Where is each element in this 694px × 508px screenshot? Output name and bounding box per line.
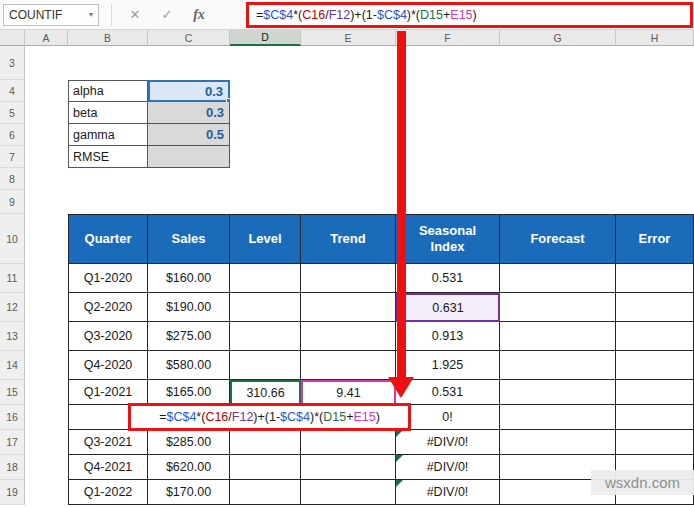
cell-forecast[interactable] xyxy=(500,380,616,405)
table-header-error[interactable]: Error xyxy=(616,214,694,264)
cell-sales[interactable]: $275.00 xyxy=(148,322,230,351)
row-header-7[interactable]: 7 xyxy=(0,146,25,168)
column-header-c[interactable]: C xyxy=(148,30,230,46)
row-header-9[interactable]: 9 xyxy=(0,190,25,214)
cell-trend[interactable] xyxy=(301,351,396,380)
row-header-19[interactable]: 19 xyxy=(0,480,25,505)
cell-level[interactable] xyxy=(230,480,301,505)
row-header-10[interactable]: 10 xyxy=(0,214,25,264)
cell-error[interactable] xyxy=(616,405,694,430)
column-header-f[interactable]: F xyxy=(396,30,500,46)
cell-trend[interactable] xyxy=(301,322,396,351)
cell-sales[interactable]: $580.00 xyxy=(148,351,230,380)
column-header-e[interactable]: E xyxy=(301,30,396,46)
cell-error[interactable] xyxy=(616,430,694,455)
dropdown-icon[interactable]: ▾ xyxy=(89,10,93,19)
cell-quarter[interactable]: Q4-2021 xyxy=(68,455,148,480)
cell-error[interactable] xyxy=(616,264,694,293)
row-header-15[interactable]: 15 xyxy=(0,380,25,405)
cell-seasonal-error[interactable]: #DIV/0! xyxy=(396,455,500,480)
cell-forecast[interactable] xyxy=(500,405,616,430)
cell-quarter[interactable]: Q1-2022 xyxy=(68,480,148,505)
cell-c4-alpha-value-selected[interactable]: 0.3 xyxy=(148,80,230,102)
cell-level[interactable] xyxy=(230,293,301,322)
row-header-5[interactable]: 5 xyxy=(0,102,25,124)
cell-error[interactable] xyxy=(616,351,694,380)
cell-c5-beta-value[interactable]: 0.3 xyxy=(148,102,230,124)
row-header-3[interactable]: 3 xyxy=(0,46,25,80)
cell-quarter[interactable]: Q3-2020 xyxy=(68,322,148,351)
cell-forecast[interactable] xyxy=(500,293,616,322)
cell-error[interactable] xyxy=(616,293,694,322)
cell-b4-alpha-label[interactable]: alpha xyxy=(68,80,148,102)
cell-sales[interactable]: $160.00 xyxy=(148,264,230,293)
cell-forecast[interactable] xyxy=(500,351,616,380)
cell-trend[interactable] xyxy=(301,264,396,293)
cell-quarter[interactable]: Q3-2021 xyxy=(68,430,148,455)
cell-d15-level-highlighted[interactable]: 310.66 xyxy=(230,380,301,405)
row-header-13[interactable]: 13 xyxy=(0,322,25,351)
cell-quarter[interactable]: Q1-2021 xyxy=(68,380,148,405)
row-header-18[interactable]: 18 xyxy=(0,455,25,480)
formula-input[interactable]: =$C$4*(C16/F12)+(1-$C$4)*(D15+E15) xyxy=(246,2,693,28)
cell-level[interactable] xyxy=(230,351,301,380)
column-header-h[interactable]: H xyxy=(616,30,694,46)
cell-quarter[interactable]: Q1-2020 xyxy=(68,264,148,293)
cell-sales[interactable]: $165.00 xyxy=(148,380,230,405)
cell-error[interactable] xyxy=(616,380,694,405)
table-header-forecast[interactable]: Forecast xyxy=(500,214,616,264)
cell-level[interactable] xyxy=(230,264,301,293)
cell-level[interactable] xyxy=(230,322,301,351)
row-header-12[interactable]: 12 xyxy=(0,293,25,322)
cell-seasonal-error[interactable]: #DIV/0! xyxy=(396,480,500,505)
cell-sales[interactable]: $190.00 xyxy=(148,293,230,322)
row-header-16[interactable]: 16 xyxy=(0,405,25,430)
cancel-icon[interactable]: ✕ xyxy=(122,4,148,26)
insert-function-icon[interactable]: fx xyxy=(186,4,212,26)
table-header-trend[interactable]: Trend xyxy=(301,214,396,264)
row-header-4[interactable]: 4 xyxy=(0,80,25,102)
select-all-button[interactable] xyxy=(0,30,25,46)
enter-icon[interactable]: ✓ xyxy=(154,4,180,26)
cell-forecast[interactable] xyxy=(500,322,616,351)
cell-seasonal[interactable]: 1.925 xyxy=(396,351,500,380)
row-header-6[interactable]: 6 xyxy=(0,124,25,146)
cell-f12-seasonal-highlighted[interactable]: 0.631 xyxy=(396,293,500,322)
cell-e15-trend-highlighted[interactable]: 9.41 xyxy=(301,380,396,405)
row-header-17[interactable]: 17 xyxy=(0,430,25,455)
column-header-a[interactable]: A xyxy=(25,30,68,46)
cell-sales[interactable]: $170.00 xyxy=(148,480,230,505)
table-header-seasonal-index[interactable]: Seasonal Index xyxy=(396,214,500,264)
cell-c7-rmse-value[interactable] xyxy=(148,146,230,168)
cell-quarter[interactable]: Q2-2020 xyxy=(68,293,148,322)
table-header-sales[interactable]: Sales xyxy=(148,214,230,264)
row-header-14[interactable]: 14 xyxy=(0,351,25,380)
cell-forecast[interactable] xyxy=(500,264,616,293)
row-header-8[interactable]: 8 xyxy=(0,168,25,190)
cell-f16-partial-result[interactable]: 0! xyxy=(396,405,500,430)
column-header-g[interactable]: G xyxy=(500,30,616,46)
row-header-11[interactable]: 11 xyxy=(0,264,25,293)
cell-trend[interactable] xyxy=(301,480,396,505)
cell-sales[interactable]: $285.00 xyxy=(148,430,230,455)
column-header-b[interactable]: B xyxy=(68,30,148,46)
cell-seasonal[interactable]: 0.531 xyxy=(396,264,500,293)
table-header-level[interactable]: Level xyxy=(230,214,301,264)
cell-seasonal-error[interactable]: #DIV/0! xyxy=(396,430,500,455)
cell-level[interactable] xyxy=(230,430,301,455)
cell-quarter[interactable]: Q4-2020 xyxy=(68,351,148,380)
table-header-quarter[interactable]: Quarter xyxy=(68,214,148,264)
name-box[interactable]: COUNTIF ▾ xyxy=(3,4,99,26)
column-header-d[interactable]: D xyxy=(230,30,301,46)
cell-sales[interactable]: $620.00 xyxy=(148,455,230,480)
cell-level[interactable] xyxy=(230,455,301,480)
cell-seasonal[interactable]: 0.913 xyxy=(396,322,500,351)
cell-b6-gamma-label[interactable]: gamma xyxy=(68,124,148,146)
cell-c6-gamma-value[interactable]: 0.5 xyxy=(148,124,230,146)
cell-b7-rmse-label[interactable]: RMSE xyxy=(68,146,148,168)
cell-forecast[interactable] xyxy=(500,430,616,455)
cell-trend[interactable] xyxy=(301,455,396,480)
cell-error[interactable] xyxy=(616,322,694,351)
cell-trend[interactable] xyxy=(301,430,396,455)
cell-b5-beta-label[interactable]: beta xyxy=(68,102,148,124)
